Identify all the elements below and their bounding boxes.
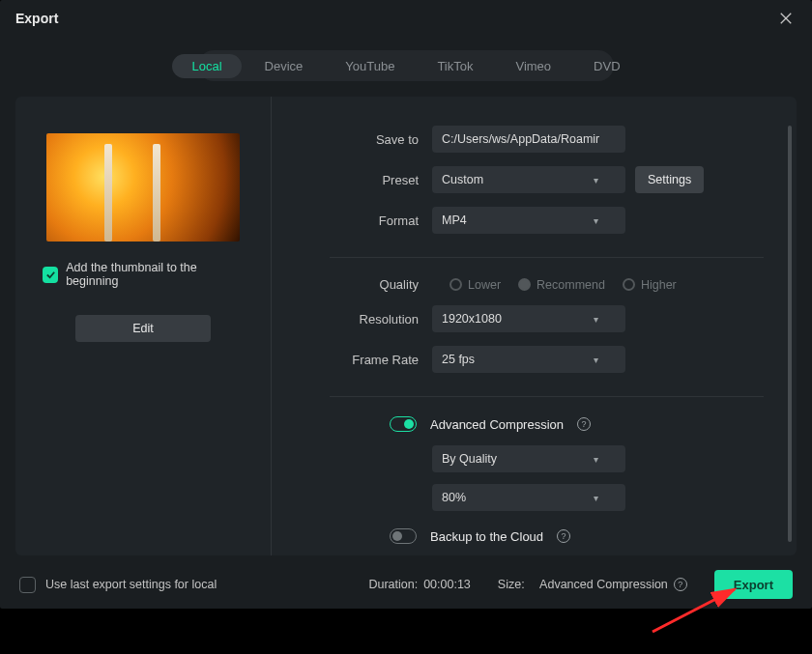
window-title: Export: [15, 11, 58, 26]
edit-button[interactable]: Edit: [75, 315, 211, 342]
chevron-down-icon: ▾: [594, 355, 598, 365]
tab-device[interactable]: Device: [246, 54, 323, 78]
backup-cloud-toggle[interactable]: [390, 528, 417, 544]
thumbnail-preview[interactable]: [46, 133, 240, 242]
help-icon[interactable]: ?: [577, 417, 591, 431]
tab-youtube[interactable]: YouTube: [326, 54, 414, 78]
tab-dvd[interactable]: DVD: [574, 54, 639, 78]
resolution-label: Resolution: [330, 312, 432, 327]
footer: Use last export settings for local Durat…: [0, 555, 812, 613]
settings-button[interactable]: Settings: [635, 166, 704, 193]
add-thumbnail-row: Add the thumbnail to the beginning: [43, 261, 244, 288]
quality-higher[interactable]: Higher: [623, 278, 677, 292]
compression-mode-value: By Quality: [442, 452, 497, 466]
duration-display: Duration:00:00:13: [368, 578, 470, 591]
framerate-value: 25 fps: [442, 353, 475, 366]
backup-cloud-label: Backup to the Cloud: [430, 529, 543, 544]
compression-value: 80%: [442, 491, 466, 504]
quality-recommend[interactable]: Recommend: [518, 278, 605, 292]
preset-value: Custom: [442, 173, 483, 186]
tab-local[interactable]: Local: [172, 54, 241, 78]
format-select[interactable]: MP4 ▾: [432, 207, 625, 234]
format-label: Format: [330, 213, 432, 228]
chevron-down-icon: ▾: [594, 493, 598, 503]
chevron-down-icon: ▾: [594, 314, 598, 325]
main-panel: Add the thumbnail to the beginning Edit …: [15, 97, 797, 555]
compression-value-select[interactable]: 80% ▾: [432, 484, 625, 511]
chevron-down-icon: ▾: [594, 454, 598, 465]
tab-vimeo[interactable]: Vimeo: [496, 54, 570, 78]
preset-label: Preset: [330, 173, 432, 187]
titlebar: Export: [0, 0, 812, 37]
settings-column: Save to C:/Users/ws/AppData/Roamir Prese…: [272, 97, 797, 555]
use-last-settings-checkbox[interactable]: [19, 577, 36, 593]
preset-select[interactable]: Custom ▾: [432, 166, 625, 193]
advanced-compression-label: Advanced Compression: [430, 417, 564, 432]
use-last-settings-label: Use last export settings for local: [45, 578, 217, 591]
export-dialog: Export Local Device YouTube TikTok Vimeo…: [0, 0, 812, 609]
help-icon[interactable]: ?: [557, 529, 570, 543]
resolution-value: 1920x1080: [442, 312, 502, 326]
compression-mode-select[interactable]: By Quality ▾: [432, 445, 625, 472]
quality-lower[interactable]: Lower: [450, 278, 501, 292]
resolution-select[interactable]: 1920x1080 ▾: [432, 305, 625, 332]
add-thumbnail-checkbox[interactable]: [43, 267, 58, 283]
save-to-value: C:/Users/ws/AppData/Roamir: [442, 132, 599, 146]
framerate-select[interactable]: 25 fps ▾: [432, 346, 625, 373]
close-icon[interactable]: [775, 8, 797, 29]
size-display: Size: Advanced Compression ?: [498, 578, 687, 591]
save-to-field[interactable]: C:/Users/ws/AppData/Roamir: [432, 126, 625, 153]
help-icon[interactable]: ?: [674, 578, 687, 591]
quality-label: Quality: [330, 277, 432, 292]
tab-tiktok[interactable]: TikTok: [418, 54, 492, 78]
advanced-compression-toggle[interactable]: [390, 416, 417, 432]
chevron-down-icon: ▾: [594, 175, 598, 185]
export-button[interactable]: Export: [714, 570, 793, 599]
tab-bar: Local Device YouTube TikTok Vimeo DVD: [198, 50, 614, 81]
thumbnail-column: Add the thumbnail to the beginning Edit: [15, 97, 272, 555]
framerate-label: Frame Rate: [330, 353, 432, 367]
divider: [330, 396, 764, 397]
divider: [330, 257, 764, 258]
save-to-label: Save to: [330, 132, 432, 147]
scrollbar[interactable]: [788, 126, 792, 542]
format-value: MP4: [442, 213, 467, 227]
chevron-down-icon: ▾: [594, 215, 598, 226]
add-thumbnail-label: Add the thumbnail to the beginning: [66, 261, 244, 288]
